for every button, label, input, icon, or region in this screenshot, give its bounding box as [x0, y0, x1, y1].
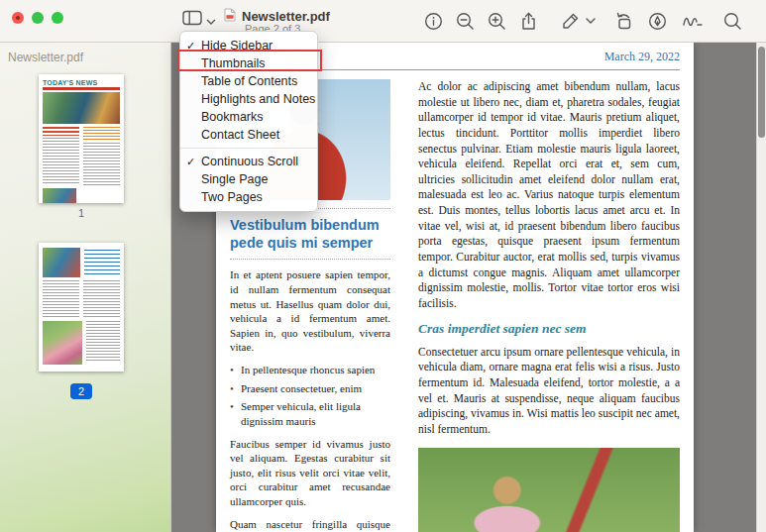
menu-item-two-pages[interactable]: Two Pages: [180, 188, 317, 206]
page-number-badge-selected: 2: [70, 383, 92, 399]
document-date: March 29, 2022: [604, 50, 680, 64]
share-icon[interactable]: [515, 9, 541, 33]
pdf-proxy-icon: [224, 8, 236, 25]
menu-item-table-of-contents[interactable]: Table of Contents: [180, 72, 317, 90]
toolbar-icons: [420, 9, 760, 33]
paragraph: Quam nascetur fringilla quisque adipisci…: [230, 517, 390, 532]
page-thumbnail-2[interactable]: [39, 243, 124, 372]
thumbnail-text-lines: [83, 280, 120, 318]
article-heading: Vestibulum bibendum pede quis mi semper: [230, 208, 390, 260]
thumbnail-heading-lines: [84, 250, 120, 275]
scrollbar-track[interactable]: [756, 43, 766, 532]
annotate-icon[interactable]: [644, 9, 670, 33]
window-toolbar: Newsletter.pdf Page 2 of 3: [0, 0, 766, 43]
close-button[interactable]: [12, 12, 24, 24]
thumbnail-photo: [43, 92, 120, 124]
zoom-out-icon[interactable]: [452, 9, 478, 33]
thumbnail-photo-girl: [43, 321, 82, 365]
thumbnail-sidebar: Newsletter.pdf TODAY'S NEWS 1: [0, 43, 171, 532]
thumbnail-newsletter-title: TODAY'S NEWS: [43, 79, 120, 86]
menu-item-single-page[interactable]: Single Page: [180, 170, 317, 188]
thumbnail-photo: [43, 248, 80, 277]
rotate-icon[interactable]: [610, 9, 636, 33]
right-column: Ac dolor ac adipiscing amet bibendum nul…: [418, 79, 680, 532]
info-icon[interactable]: [420, 9, 446, 33]
thumbnail-text-lines: [43, 138, 79, 185]
thumbnail-photo-small: [43, 188, 76, 203]
menu-item-hide-sidebar[interactable]: ✓ Hide Sidebar: [180, 37, 317, 54]
traffic-lights: [12, 12, 63, 24]
bullet-item: Semper vehicula, elit ligula dignissim m…: [230, 399, 390, 428]
paragraph: In et aptent posuere sapien tempor, id n…: [230, 267, 390, 355]
thumbnail-text-lines: [83, 143, 120, 185]
checkmark-icon: ✓: [186, 37, 195, 54]
sidebar-filename: Newsletter.pdf: [8, 51, 83, 64]
bullet-item: Praesent consectetuer, enim: [230, 381, 390, 396]
sidebar-view-menu-button[interactable]: [182, 10, 216, 30]
paragraph: Faucibus semper id vivamus justo vel ali…: [230, 437, 390, 509]
zoom-button[interactable]: [52, 12, 63, 24]
article-subheading: Cras imperdiet sapien nec sem: [418, 320, 680, 338]
paragraph: Ac dolor ac adipiscing amet bibendum nul…: [418, 79, 680, 311]
menu-separator: [180, 148, 317, 149]
signature-icon[interactable]: [680, 9, 706, 33]
page-number-label-1: 1: [39, 207, 124, 219]
thumbnail-red-bar: [43, 87, 120, 90]
paragraph: Consectetuer arcu ipsum ornare pellentes…: [418, 345, 680, 438]
zoom-in-icon[interactable]: [484, 9, 509, 33]
sidebar-view-menu: ✓ Hide Sidebar Thumbnails Table of Conte…: [179, 31, 318, 212]
menu-item-bookmarks[interactable]: Bookmarks: [180, 108, 317, 126]
bullet-list: In pellentesque rhoncus sapien Praesent …: [230, 363, 390, 429]
thumbnail-accent-lines: [83, 127, 120, 141]
thumbnail-text-lines: [86, 321, 120, 363]
checkmark-icon: ✓: [186, 153, 195, 170]
menu-item-continuous-scroll[interactable]: ✓ Continuous Scroll: [180, 153, 317, 170]
minimize-button[interactable]: [32, 12, 44, 24]
photo-girl-playground: [418, 448, 680, 532]
markup-chevron-icon[interactable]: [585, 9, 597, 33]
thumbnail-headline-lines: [43, 127, 79, 136]
bullet-item: In pellentesque rhoncus sapien: [230, 363, 390, 377]
chevron-down-icon: [206, 11, 216, 29]
menu-item-thumbnails[interactable]: Thumbnails: [180, 54, 317, 72]
menu-item-highlights-and-notes[interactable]: Highlights and Notes: [180, 90, 317, 108]
search-icon[interactable]: [719, 9, 745, 33]
page-thumbnail-1[interactable]: TODAY'S NEWS: [39, 74, 124, 203]
sidebar-icon: [182, 10, 202, 30]
menu-item-contact-sheet[interactable]: Contact Sheet: [180, 126, 317, 144]
window-title-text: Newsletter.pdf: [242, 9, 330, 24]
markup-icon[interactable]: [557, 9, 583, 33]
scrollbar-thumb[interactable]: [758, 47, 765, 138]
thumbnail-text-lines: [43, 280, 79, 318]
